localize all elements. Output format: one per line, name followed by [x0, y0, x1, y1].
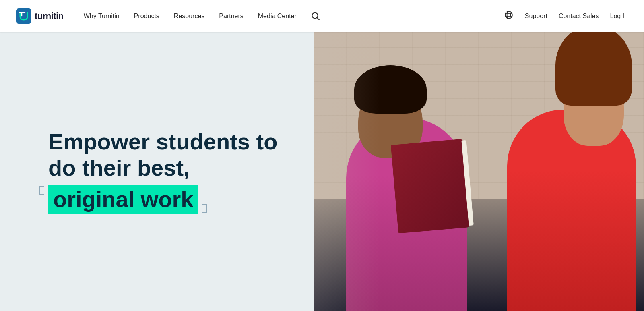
svg-rect-0 [16, 8, 31, 24]
svg-point-3 [505, 11, 512, 19]
hero-right [314, 32, 644, 311]
logo-link[interactable]: turnitin [16, 8, 64, 24]
nav-right: Support Contact Sales Log In [504, 10, 628, 22]
svg-line-2 [317, 18, 319, 20]
nav-item-log-in[interactable]: Log In [610, 12, 628, 20]
hero-headline-line1: Empower students to [48, 129, 282, 155]
hero-headline-line2: do their best, [48, 155, 282, 181]
bracket-top-left-decoration [39, 186, 44, 195]
nav-item-media-center[interactable]: Media Center [258, 12, 297, 20]
nav-item-support[interactable]: Support [525, 12, 547, 20]
nav-item-resources[interactable]: Resources [174, 12, 204, 20]
hero-section: Empower students to do their best, origi… [0, 32, 644, 311]
hero-brackets-container: original work [48, 184, 198, 214]
search-icon[interactable] [311, 12, 320, 21]
hero-headline: Empower students to do their best, origi… [48, 129, 282, 214]
nav-item-why-turnitin[interactable]: Why Turnitin [84, 12, 120, 20]
hero-left: Empower students to do their best, origi… [0, 32, 314, 311]
nav-left: Why Turnitin Products Resources Partners… [84, 12, 504, 21]
bracket-bottom-right-decoration [202, 204, 207, 213]
globe-icon[interactable] [504, 10, 514, 22]
navbar: turnitin Why Turnitin Products Resources… [0, 0, 644, 32]
nav-item-contact-sales[interactable]: Contact Sales [559, 12, 599, 20]
photo-overlay [314, 32, 644, 311]
hero-headline-highlight: original work [48, 185, 198, 214]
nav-item-partners[interactable]: Partners [219, 12, 243, 20]
svg-point-4 [507, 11, 510, 19]
logo-text: turnitin [35, 11, 64, 21]
nav-item-products[interactable]: Products [134, 12, 159, 20]
turnitin-logo-icon [16, 8, 31, 24]
hero-image [314, 32, 644, 311]
